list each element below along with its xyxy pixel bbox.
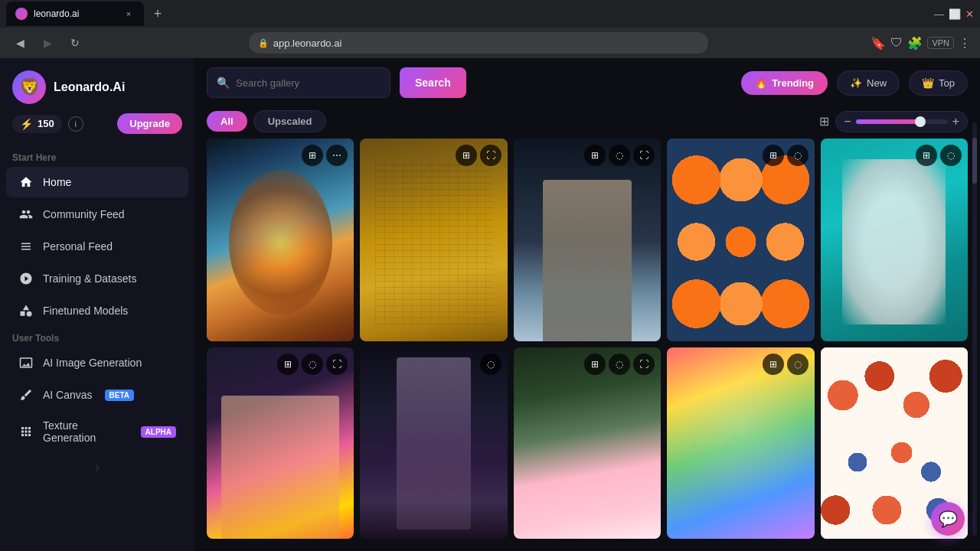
expand-btn-3[interactable]: ⛶ — [633, 145, 655, 166]
training-label: Training & Datasets — [43, 272, 136, 285]
edit-btn-5[interactable]: ⊞ — [916, 145, 937, 166]
refresh-btn[interactable]: ↻ — [64, 32, 86, 54]
credits-icon: ⚡ — [20, 118, 33, 130]
tab-upscaled[interactable]: Upscaled — [253, 110, 327, 132]
edit-btn-3[interactable]: ⊞ — [584, 145, 606, 166]
canvas-beta-badge: BETA — [105, 390, 134, 401]
sidebar-item-personal-feed[interactable]: Personal Feed — [6, 231, 188, 262]
scrollbar-thumb[interactable] — [972, 138, 977, 184]
image-card-hieroglyphs[interactable]: ⊞ ⛶ — [360, 139, 507, 341]
more-btn-9[interactable]: ◌ — [787, 354, 808, 375]
zoom-out-btn[interactable]: − — [842, 115, 852, 129]
close-window-btn[interactable]: ✕ — [965, 8, 974, 20]
vpn-badge: VPN — [927, 37, 954, 49]
slider-thumb[interactable] — [915, 116, 926, 127]
sidebar-item-training[interactable]: Training & Datasets — [6, 263, 188, 294]
trending-button[interactable]: 🔥 Trending — [741, 71, 828, 95]
zoom-slider-track[interactable] — [856, 119, 948, 124]
active-tab[interactable]: leonardo.ai × — [6, 2, 144, 26]
new-tab-btn[interactable]: + — [147, 3, 168, 24]
edit-btn-2[interactable]: ⊞ — [456, 145, 477, 166]
tab-all[interactable]: All — [207, 111, 247, 132]
image-card-warrior[interactable]: ⊞ ◌ ⛶ — [514, 139, 661, 341]
start-here-label: Start Here — [0, 146, 194, 166]
card-overlay-10 — [821, 347, 968, 360]
image-card-koala[interactable]: ⊞ ◌ — [821, 139, 968, 341]
edit-btn-6[interactable]: ⊞ — [277, 354, 299, 375]
image-card-colorful-girl[interactable]: ⊞ ◌ — [667, 347, 814, 539]
maximize-btn[interactable]: ⬜ — [949, 8, 961, 20]
chat-icon: 💬 — [939, 510, 958, 528]
extension-btn[interactable]: 🧩 — [907, 36, 923, 51]
search-button[interactable]: Search — [400, 67, 466, 98]
sidebar-item-canvas[interactable]: AI Canvas BETA — [6, 380, 188, 410]
image-card-pink-girl[interactable]: ⊞ ◌ ⛶ — [514, 347, 661, 539]
personal-icon — [18, 239, 34, 254]
home-icon — [18, 174, 34, 190]
sidebar-item-finetuned[interactable]: Finetuned Models — [6, 295, 188, 326]
credits-row: ⚡ 150 i Upgrade — [0, 113, 194, 146]
new-button[interactable]: ✨ New — [837, 70, 900, 96]
sidebar-item-community-feed[interactable]: Community Feed — [6, 199, 188, 230]
more-btn-7[interactable]: ◌ — [480, 354, 501, 375]
tab-close-btn[interactable]: × — [122, 8, 135, 20]
texture-label: Texture Generation — [43, 419, 129, 444]
svg-point-0 — [27, 311, 32, 317]
shield-btn[interactable]: 🛡 — [890, 36, 903, 50]
menu-btn[interactable]: ⋮ — [959, 36, 971, 51]
sparkle-icon: ✨ — [850, 77, 862, 89]
top-button[interactable]: 👑 Top — [909, 70, 968, 96]
zoom-in-btn[interactable]: + — [951, 115, 961, 129]
image-card-lion[interactable]: ⊞ ⋯ — [207, 139, 354, 341]
training-icon — [18, 271, 34, 286]
back-btn[interactable]: ◀ — [9, 32, 31, 54]
more-btn[interactable]: ⋯ — [326, 145, 348, 166]
main-content: 🔍 Search 🔥 Trending ✨ New 👑 Top All Upsc… — [194, 58, 980, 551]
card-overlay-8: ⊞ ◌ ⛶ — [514, 347, 661, 381]
edit-btn-8[interactable]: ⊞ — [584, 354, 606, 375]
search-input[interactable] — [236, 77, 381, 89]
sidebar: 🦁 Leonardo.Ai ⚡ 150 i Upgrade Start Here… — [0, 58, 194, 551]
forward-btn[interactable]: ▶ — [37, 32, 58, 54]
expand-btn[interactable]: ⊞ — [302, 145, 323, 166]
community-icon — [18, 207, 34, 222]
image-card-dark-warrior[interactable]: ◌ — [360, 347, 507, 539]
browser-chrome: leonardo.ai × + — ⬜ ✕ ◀ ▶ ↻ 🔒 app.leonar… — [0, 0, 980, 58]
expand-btn-6[interactable]: ⛶ — [326, 354, 348, 375]
image-card-flowers[interactable]: ⊞ ◌ — [667, 139, 814, 341]
new-label: New — [867, 77, 887, 89]
sidebar-item-image-gen[interactable]: AI Image Generation — [6, 347, 188, 378]
card-overlay-5: ⊞ ◌ — [821, 139, 968, 172]
upgrade-btn[interactable]: Upgrade — [117, 113, 182, 134]
more-btn-4[interactable]: ◌ — [787, 145, 808, 166]
grid-view-btn[interactable]: ⊞ — [819, 114, 829, 129]
chat-support-btn[interactable]: 💬 — [931, 502, 965, 536]
sidebar-item-texture[interactable]: Texture Generation ALPHA — [6, 412, 188, 452]
credits-value: 150 — [38, 118, 54, 129]
trending-label: Trending — [772, 77, 814, 89]
image-card-anime-girl[interactable]: ⊞ ◌ ⛶ — [207, 347, 354, 539]
edit-btn-9[interactable]: ⊞ — [763, 354, 784, 375]
toolbar: 🔍 Search 🔥 Trending ✨ New 👑 Top — [194, 58, 980, 107]
more-btn-3[interactable]: ◌ — [609, 145, 630, 166]
address-bar[interactable]: 🔒 app.leonardo.ai — [249, 32, 708, 54]
minimize-btn[interactable]: — — [934, 8, 944, 20]
more-btn-8[interactable]: ◌ — [609, 354, 630, 375]
sidebar-item-home[interactable]: Home — [6, 167, 188, 197]
models-icon — [18, 303, 34, 318]
expand-btn-8[interactable]: ⛶ — [633, 354, 655, 375]
card-overlay-9: ⊞ ◌ — [667, 347, 814, 381]
search-wrapper: 🔍 — [207, 67, 390, 98]
edit-btn-4[interactable]: ⊞ — [763, 145, 784, 166]
scrollbar-track — [972, 122, 977, 536]
more-btn-6[interactable]: ◌ — [302, 354, 323, 375]
more-btn-5[interactable]: ◌ — [940, 145, 962, 166]
finetuned-label: Finetuned Models — [43, 305, 128, 317]
svg-rect-1 — [21, 311, 25, 316]
avatar: 🦁 — [12, 70, 46, 104]
lock-icon: 🔒 — [258, 38, 269, 48]
bookmark-btn[interactable]: 🔖 — [871, 36, 886, 51]
image-grid: ⊞ ⋯ ⊞ ⛶ ⊞ ◌ — [194, 139, 980, 551]
expand-btn-2[interactable]: ⛶ — [480, 145, 501, 166]
info-btn[interactable]: i — [68, 116, 83, 132]
